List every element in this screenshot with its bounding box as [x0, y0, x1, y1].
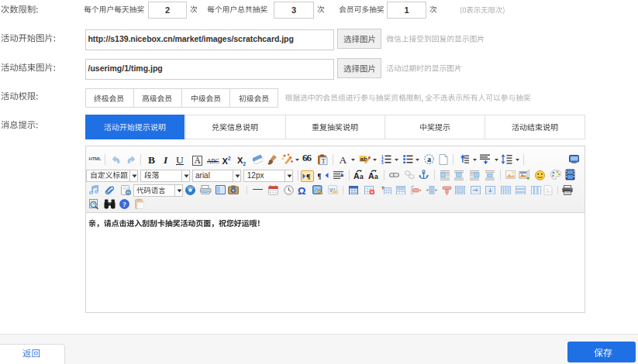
- svg-text:¶: ¶: [306, 173, 310, 180]
- svg-text:A: A: [368, 171, 374, 180]
- svg-text:¶: ¶: [318, 172, 321, 180]
- svg-text:a: a: [374, 173, 378, 180]
- svg-text:a: a: [427, 156, 431, 163]
- svg-text:3: 3: [381, 161, 384, 164]
- svg-text:T: T: [322, 158, 326, 165]
- svg-text:a: a: [360, 173, 364, 180]
- svg-text:?: ?: [122, 201, 126, 208]
- svg-text:A: A: [353, 171, 360, 180]
